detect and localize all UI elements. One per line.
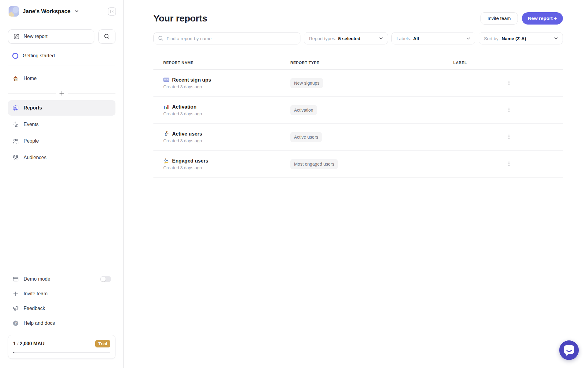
- report-created-date: Created 3 days ago: [163, 84, 290, 89]
- report-type-chip: Most engaged users: [290, 159, 338, 169]
- pencil-square-icon: [13, 33, 20, 40]
- divider: [68, 93, 116, 94]
- usage-card: 1/2,000 MAU Trial: [8, 335, 115, 359]
- chevron-down-icon: [75, 10, 78, 13]
- row-menu-button[interactable]: [505, 133, 513, 141]
- kebab-icon: [508, 161, 510, 167]
- workspace-header[interactable]: Jane's Workspace: [0, 0, 123, 17]
- report-name[interactable]: Activation: [172, 104, 197, 110]
- table-header-row: REPORT NAME REPORT TYPE LABEL: [153, 56, 563, 70]
- demo-mode-toggle[interactable]: [100, 276, 111, 282]
- filter-label: Labels:: [397, 36, 411, 41]
- column-header-report-type: REPORT TYPE: [290, 61, 453, 65]
- sidebar-item-events[interactable]: Events: [8, 117, 115, 132]
- add-section-button[interactable]: [8, 90, 115, 96]
- new-badge-emoji-icon: NEW: [163, 77, 169, 83]
- chevron-down-icon: [467, 37, 470, 40]
- toggle-knob: [101, 277, 106, 282]
- labels-filter[interactable]: Labels: All: [391, 32, 476, 44]
- usage-limit: 2,000 MAU: [20, 341, 44, 346]
- sidebar-item-audiences[interactable]: Audiences: [8, 150, 115, 165]
- report-type-chip: Active users: [290, 132, 322, 142]
- demo-mode-item[interactable]: Demo mode: [8, 272, 115, 286]
- sidebar-item-label: Events: [24, 122, 39, 127]
- invite-team-label: Invite team: [24, 291, 47, 297]
- workspace-avatar: [9, 6, 19, 17]
- feedback-label: Feedback: [24, 306, 45, 311]
- reports-icon: [12, 105, 19, 111]
- help-docs-label: Help and docs: [24, 320, 55, 326]
- invite-team-button[interactable]: Invite team: [481, 12, 518, 25]
- megaphone-icon: [12, 305, 19, 312]
- sort-by-filter[interactable]: Sort by: Name (Z-A): [479, 32, 563, 44]
- column-header-label: LABEL: [453, 61, 505, 65]
- help-docs-item[interactable]: ? Help and docs: [8, 316, 115, 331]
- chat-bubble-icon: [559, 340, 579, 360]
- report-name[interactable]: Recent sign ups: [172, 77, 211, 83]
- usage-separator: /: [16, 341, 20, 346]
- progress-ring-icon: [12, 53, 18, 59]
- page-title: Your reports: [153, 13, 207, 24]
- report-name[interactable]: Engaged users: [172, 158, 208, 164]
- table-row[interactable]: NEW Recent sign ups Created 3 days ago N…: [153, 70, 563, 97]
- filter-value: 5 selected: [338, 36, 360, 41]
- invite-team-item[interactable]: Invite team: [8, 286, 115, 301]
- intercom-chat-button[interactable]: [559, 340, 579, 360]
- kebab-icon: [508, 80, 510, 86]
- people-icon: [12, 138, 19, 144]
- column-header-report-name: REPORT NAME: [163, 61, 290, 65]
- sidebar-item-label: Reports: [24, 105, 42, 111]
- workspace-name: Jane's Workspace: [23, 8, 70, 15]
- usage-progress-track: [13, 352, 110, 353]
- svg-text:NEW: NEW: [164, 79, 168, 81]
- audiences-icon: [12, 154, 19, 161]
- search-icon: [158, 35, 164, 43]
- usage-current: 1: [13, 341, 16, 346]
- sidebar-item-people[interactable]: People: [8, 133, 115, 149]
- bar-chart-emoji-icon: [163, 104, 169, 110]
- kebab-icon: [508, 107, 510, 113]
- report-created-date: Created 3 days ago: [163, 111, 290, 116]
- new-report-sidebar-button[interactable]: New report: [8, 29, 94, 44]
- sidebar-search-button[interactable]: [98, 29, 115, 44]
- report-created-date: Created 3 days ago: [163, 138, 290, 143]
- reports-table: REPORT NAME REPORT TYPE LABEL NEW Recent…: [153, 56, 563, 178]
- row-menu-button[interactable]: [505, 79, 513, 87]
- plus-icon: [59, 90, 65, 96]
- table-body: NEW Recent sign ups Created 3 days ago N…: [153, 70, 563, 178]
- divider: [8, 93, 56, 94]
- home-emoji-icon: [12, 75, 19, 82]
- sidebar-item-label: Audiences: [24, 155, 47, 160]
- table-row[interactable]: Active users Created 3 days ago Active u…: [153, 124, 563, 151]
- sidebar-item-reports[interactable]: Reports: [8, 100, 115, 116]
- table-row[interactable]: Engaged users Created 3 days ago Most en…: [153, 151, 563, 178]
- chevron-down-icon: [379, 37, 383, 40]
- plus-icon: [12, 290, 19, 297]
- row-menu-button[interactable]: [505, 106, 513, 114]
- feedback-item[interactable]: Feedback: [8, 301, 115, 316]
- report-types-filter[interactable]: Report types: 5 selected: [304, 32, 388, 44]
- report-type-chip: New signups: [290, 78, 323, 88]
- new-report-sidebar-label: New report: [24, 34, 47, 39]
- report-type-chip: Activation: [290, 105, 317, 115]
- cursor-click-icon: [12, 121, 19, 128]
- usage-progress-fill: [13, 352, 14, 353]
- new-report-button[interactable]: New report +: [522, 12, 563, 25]
- report-created-date: Created 3 days ago: [163, 165, 290, 170]
- sidebar-collapse-button[interactable]: [108, 7, 116, 16]
- getting-started-label: Getting started: [23, 53, 55, 59]
- sidebar-item-home[interactable]: Home: [8, 71, 115, 86]
- trial-badge: Trial: [95, 340, 110, 347]
- row-menu-button[interactable]: [505, 160, 513, 168]
- browser-window-icon: [12, 276, 19, 282]
- filter-label: Report types:: [309, 36, 336, 41]
- filter-label: Sort by:: [484, 36, 500, 41]
- svg-text:?: ?: [14, 321, 17, 325]
- getting-started-item[interactable]: Getting started: [8, 50, 115, 61]
- demo-mode-label: Demo mode: [24, 276, 50, 282]
- search-input[interactable]: [153, 32, 300, 44]
- report-name[interactable]: Active users: [172, 131, 202, 137]
- filter-value: All: [413, 36, 419, 41]
- table-row[interactable]: Activation Created 3 days ago Activation: [153, 97, 563, 124]
- chevron-down-icon: [554, 37, 558, 40]
